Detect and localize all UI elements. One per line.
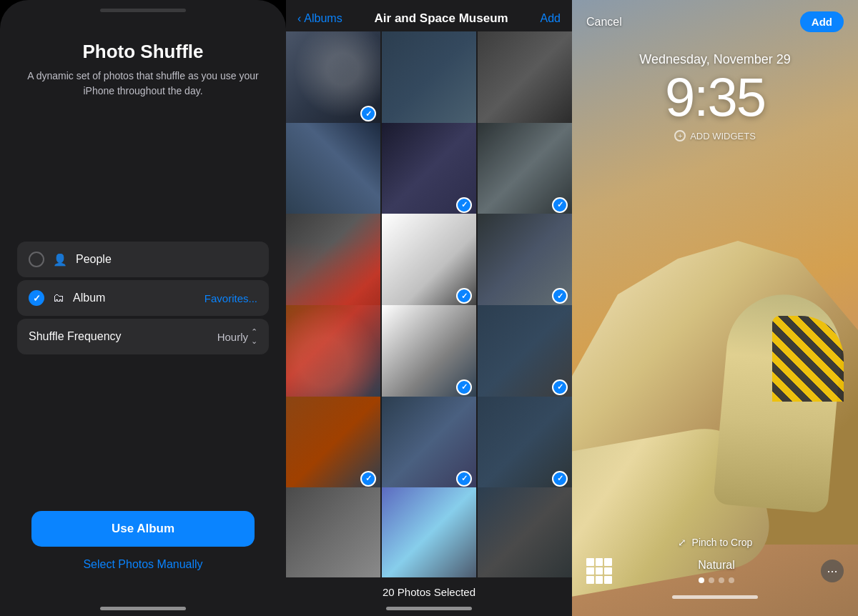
lockscreen-add-button[interactable]: Add <box>800 11 844 32</box>
page-description: A dynamic set of photos that shuffle as … <box>17 69 269 99</box>
style-dots-indicator <box>699 577 734 583</box>
photo-cell[interactable] <box>382 397 476 491</box>
photo-cell[interactable] <box>382 123 476 217</box>
photo-cell[interactable] <box>286 487 380 577</box>
photo-cell[interactable] <box>478 31 572 126</box>
photo-check-badge <box>456 471 472 487</box>
photo-check-badge <box>456 288 472 304</box>
album-panel: ‹ Albums Air and Space Museum Add <box>286 0 572 616</box>
photo-shuffle-panel: Photo Shuffle A dynamic set of photos th… <box>0 0 286 616</box>
people-label: People <box>76 253 257 266</box>
style-dot-4 <box>729 577 734 583</box>
album-home-bar <box>386 607 472 610</box>
style-center: Natural <box>698 559 735 583</box>
lockscreen-top-bar: Cancel Add <box>572 0 858 44</box>
album-home-indicator-wrapper <box>286 607 572 616</box>
album-header: ‹ Albums Air and Space Museum Add <box>286 0 572 31</box>
photo-cell[interactable] <box>382 487 476 577</box>
crop-icon: ⤢ <box>678 537 686 548</box>
photos-selected-label: 20 Photos Selected <box>286 577 572 607</box>
shuffle-freq-label: Shuffle Frequency <box>29 330 122 343</box>
options-list: 👤 People 🗂 Album Favorites... Shuffle Fr… <box>17 242 269 356</box>
use-album-button[interactable]: Use Album <box>31 511 255 547</box>
photo-cell[interactable] <box>382 31 476 126</box>
album-label: Album <box>73 292 196 304</box>
cancel-button[interactable]: Cancel <box>586 16 622 29</box>
album-icon: 🗂 <box>53 292 64 304</box>
shuffle-freq-row[interactable]: Shuffle Frequency Hourly ⌃⌄ <box>17 319 269 354</box>
ellipsis-icon: ··· <box>827 564 837 579</box>
photo-check-badge <box>456 379 472 395</box>
back-chevron-icon: ‹ <box>297 12 301 25</box>
add-widgets-button[interactable]: + ADD WIDGETS <box>674 130 756 141</box>
person-icon: 👤 <box>53 253 67 267</box>
people-option-row[interactable]: 👤 People <box>17 242 269 277</box>
photo-cell[interactable] <box>478 397 572 491</box>
lockscreen-home-bar <box>672 595 758 599</box>
photo-cell[interactable] <box>478 123 572 217</box>
photo-check-badge <box>360 106 376 121</box>
freq-left-group: Shuffle Frequency <box>29 330 122 343</box>
widgets-area: + ADD WIDGETS <box>572 130 858 141</box>
back-albums-label: Albums <box>304 12 342 25</box>
photo-cell[interactable] <box>478 487 572 577</box>
plus-icon: + <box>674 130 686 141</box>
photo-check-badge <box>552 288 568 304</box>
lockscreen-bottom: ⤢ Pinch to Crop Natural <box>572 537 858 616</box>
photo-cell[interactable] <box>382 214 476 308</box>
lockscreen-content: Cancel Add Wednesday, November 29 9:35 +… <box>572 0 858 616</box>
album-value: Favorites... <box>204 292 257 304</box>
album-radio-checked[interactable] <box>29 290 44 306</box>
chevron-icon: ⌃⌄ <box>251 327 257 346</box>
photo-cell[interactable] <box>478 305 572 399</box>
photo-check-badge <box>552 197 568 213</box>
photo-cell[interactable] <box>382 305 476 399</box>
photo-cell[interactable] <box>478 214 572 308</box>
back-button[interactable]: ‹ Albums <box>297 12 342 25</box>
photo-check-badge <box>360 471 376 487</box>
grid-view-button[interactable] <box>586 558 612 584</box>
lockscreen-date: Wednesday, November 29 <box>572 52 858 67</box>
photo-cell[interactable] <box>286 397 380 491</box>
page-title: Photo Shuffle <box>83 41 204 63</box>
pinch-to-crop-label: Pinch to Crop <box>692 537 753 548</box>
photo-cell[interactable] <box>286 31 380 126</box>
photo-check-badge <box>552 471 568 487</box>
style-dot-1 <box>699 577 704 583</box>
album-option-row[interactable]: 🗂 Album Favorites... <box>17 280 269 316</box>
lockscreen-panel: Cancel Add Wednesday, November 29 9:35 +… <box>572 0 858 616</box>
album-add-button[interactable]: Add <box>541 12 561 25</box>
lockscreen-time: 9:35 <box>572 70 858 124</box>
photo-check-badge <box>552 379 568 395</box>
add-widgets-label: ADD WIDGETS <box>690 131 756 141</box>
home-indicator <box>100 607 186 610</box>
style-name-label: Natural <box>698 559 735 572</box>
select-manually-button[interactable]: Select Photos Manually <box>31 558 255 571</box>
photo-grid <box>286 31 572 577</box>
photo-cell[interactable] <box>286 305 380 399</box>
photo-cell[interactable] <box>286 214 380 308</box>
people-radio[interactable] <box>29 252 44 267</box>
photo-check-badge <box>456 197 472 213</box>
shuffle-freq-value: Hourly <box>217 331 248 343</box>
album-title: Air and Space Museum <box>375 11 508 26</box>
style-selector: Natural ··· <box>572 558 858 584</box>
pinch-to-crop-hint: ⤢ Pinch to Crop <box>572 537 858 548</box>
more-options-button[interactable]: ··· <box>821 560 844 582</box>
style-dot-3 <box>719 577 724 583</box>
freq-right-group[interactable]: Hourly ⌃⌄ <box>217 327 257 346</box>
lockscreen-home-indicator-wrapper <box>572 595 858 599</box>
bottom-buttons: Use Album Select Photos Manually <box>17 511 269 571</box>
style-dot-2 <box>709 577 714 583</box>
photo-cell[interactable] <box>286 123 380 217</box>
